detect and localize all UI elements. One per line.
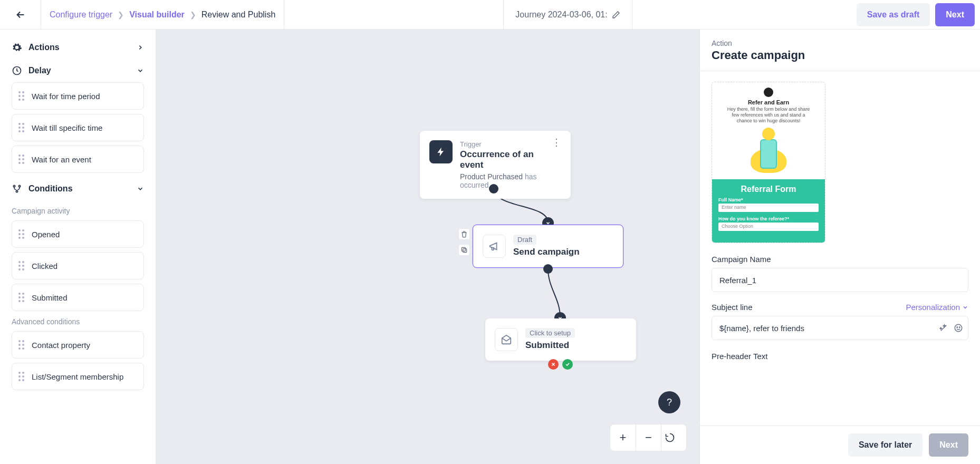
preview-input-1: Enter name <box>718 204 819 212</box>
help-button[interactable]: ? <box>658 391 680 413</box>
save-for-later-button[interactable]: Save for later <box>848 433 923 457</box>
panel-body: Refer and Earn Hey there, fill the form … <box>700 71 980 426</box>
node-title: Send campaign <box>513 247 613 257</box>
action-panel: Action Create campaign Refer and Earn He… <box>699 30 980 464</box>
envelope-open-icon <box>495 328 518 351</box>
svg-rect-4 <box>463 249 467 253</box>
next-button[interactable]: Next <box>935 3 975 26</box>
grip-icon <box>18 123 24 132</box>
node-send-campaign[interactable]: Draft Send campaign <box>473 225 623 268</box>
section-actions[interactable]: Actions <box>12 36 144 59</box>
journey-title-text: Journey 2024-03-06, 01: <box>515 10 607 20</box>
preview-form-title: Referral Form <box>718 185 819 194</box>
journey-canvas[interactable]: Trigger Occurrence of an event Product P… <box>156 30 699 464</box>
campaign-preview[interactable]: Refer and Earn Hey there, fill the form … <box>712 82 825 243</box>
grip-icon <box>18 293 24 302</box>
sidebar-item-wait-time-period[interactable]: Wait for time period <box>12 82 144 110</box>
breadcrumb: Configure trigger ❯ Visual builder ❯ Rev… <box>41 0 284 29</box>
zoom-out-button[interactable]: − <box>636 424 661 451</box>
preview-select: Choose Option <box>718 223 819 231</box>
chevron-down-icon <box>137 185 144 192</box>
grip-icon <box>18 229 24 239</box>
node-condition-submitted[interactable]: Click to setup Submitted <box>485 318 636 361</box>
connector-dot <box>543 264 553 274</box>
sidebar-item-list-segment[interactable]: List/Segment membership <box>12 363 144 390</box>
copy-node-button[interactable] <box>458 244 470 256</box>
lightning-icon <box>429 140 453 163</box>
chevron-down-icon <box>962 304 968 311</box>
crumb-review-publish[interactable]: Review and Publish <box>201 10 276 20</box>
item-label: Wait for time period <box>32 92 100 101</box>
panel-title: Create campaign <box>712 49 968 62</box>
preheader-label: Pre-header Text <box>712 352 968 361</box>
zoom-reset-button[interactable] <box>661 424 686 451</box>
delete-node-button[interactable] <box>458 228 470 240</box>
crumb-configure-trigger[interactable]: Configure trigger <box>50 10 112 20</box>
campaign-name-input[interactable] <box>712 268 968 292</box>
chevron-right-icon <box>137 44 144 51</box>
section-delay[interactable]: Delay <box>12 59 144 82</box>
header-spacer <box>632 0 851 29</box>
sidebar-item-submitted[interactable]: Submitted <box>12 284 144 311</box>
sidebar: Actions Delay Wait for time period Wait … <box>0 30 156 464</box>
sidebar-item-wait-specific-time[interactable]: Wait till specific time <box>12 114 144 141</box>
pencil-icon <box>612 11 620 19</box>
preview-label-2: How do you know the referee?* <box>718 216 819 221</box>
sidebar-item-contact-property[interactable]: Contact property <box>12 331 144 359</box>
svg-point-8 <box>959 327 960 328</box>
svg-point-6 <box>955 325 962 332</box>
zoom-controls: + − <box>610 424 687 451</box>
grip-icon <box>18 261 24 270</box>
svg-rect-5 <box>462 247 465 251</box>
sidebar-item-clicked[interactable]: Clicked <box>12 252 144 279</box>
advanced-conditions-label: Advanced conditions <box>12 317 144 326</box>
magic-wand-icon[interactable] <box>939 323 948 333</box>
node-menu-button[interactable]: ⋮ <box>552 140 561 189</box>
zoom-in-button[interactable]: + <box>610 424 636 451</box>
panel-next-button[interactable]: Next <box>929 433 968 457</box>
node-badge: Draft <box>513 235 536 245</box>
branch-true-button[interactable] <box>562 359 573 370</box>
grip-icon <box>18 372 24 381</box>
section-conditions[interactable]: Conditions <box>12 177 144 200</box>
emoji-icon[interactable] <box>954 323 963 333</box>
refresh-icon <box>665 432 675 443</box>
svg-point-3 <box>16 190 17 192</box>
clock-icon <box>12 65 22 76</box>
section-title: Delay <box>28 66 51 75</box>
chevron-right-icon: ❯ <box>118 11 124 19</box>
branch-false-button[interactable] <box>548 359 559 370</box>
arrow-left-icon <box>15 9 26 21</box>
dollar-icon <box>764 88 773 97</box>
node-title: Occurrence of an event <box>460 149 544 170</box>
node-detail: Product Purchased has occurred <box>460 172 544 189</box>
subject-input-icons <box>939 316 963 340</box>
grip-icon <box>18 340 24 350</box>
crumb-visual-builder[interactable]: Visual builder <box>129 10 185 20</box>
campaign-activity-label: Campaign activity <box>12 207 144 215</box>
section-title: Conditions <box>28 184 73 194</box>
header-actions: Save as draft Next <box>851 3 980 26</box>
panel-footer: Save for later Next <box>700 426 980 464</box>
grip-icon <box>18 91 24 101</box>
main: Actions Delay Wait for time period Wait … <box>0 30 980 464</box>
journey-title[interactable]: Journey 2024-03-06, 01: <box>504 0 632 29</box>
item-label: Wait till specific time <box>32 123 102 132</box>
sidebar-item-opened[interactable]: Opened <box>12 220 144 248</box>
subject-line-input[interactable] <box>712 316 968 340</box>
node-badge: Click to setup <box>525 328 575 338</box>
personalization-link[interactable]: Personalization <box>906 303 968 312</box>
preview-body: Hey there, fill the form below and share… <box>727 107 810 123</box>
sidebar-item-wait-event[interactable]: Wait for an event <box>12 146 144 173</box>
campaign-name-label: Campaign Name <box>712 255 968 264</box>
save-as-draft-button[interactable]: Save as draft <box>857 3 930 26</box>
item-label: List/Segment membership <box>32 372 123 381</box>
app-header: Configure trigger ❯ Visual builder ❯ Rev… <box>0 0 980 30</box>
back-button[interactable] <box>0 0 41 29</box>
node-tools <box>458 228 470 256</box>
svg-point-7 <box>957 327 958 328</box>
item-label: Submitted <box>32 293 68 302</box>
svg-point-2 <box>18 185 20 187</box>
section-title: Actions <box>28 43 60 52</box>
panel-header: Action Create campaign <box>700 30 980 71</box>
